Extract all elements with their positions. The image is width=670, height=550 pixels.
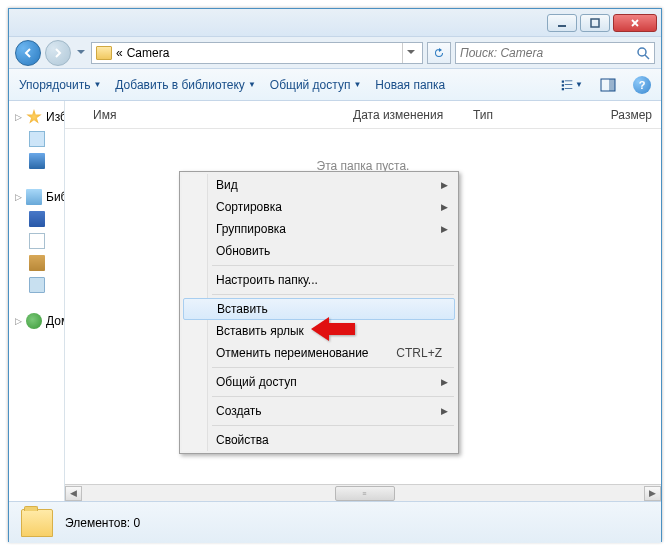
context-menu: Вид▶ Сортировка▶ Группировка▶ Обновить Н… [179, 171, 459, 454]
new-folder-button[interactable]: Новая папка [375, 78, 445, 92]
preview-pane-button[interactable] [597, 74, 619, 96]
chevron-right-icon: ▶ [441, 377, 448, 387]
search-icon [636, 46, 650, 60]
svg-rect-6 [565, 84, 573, 85]
add-to-library-menu[interactable]: Добавить в библиотеку▼ [115, 78, 255, 92]
help-button[interactable]: ? [633, 76, 651, 94]
svg-point-2 [638, 48, 646, 56]
back-button[interactable] [15, 40, 41, 66]
context-paste[interactable]: Вставить [183, 298, 455, 320]
status-bar: Элементов: 0 [9, 501, 661, 543]
context-paste-shortcut[interactable]: Вставить ярлык [182, 320, 456, 342]
folder-icon [96, 46, 112, 60]
svg-rect-4 [565, 80, 573, 81]
svg-rect-5 [562, 84, 564, 86]
sidebar-item[interactable] [15, 275, 64, 295]
homegroup-icon [26, 313, 42, 329]
toolbar: Упорядочить▼ Добавить в библиотеку▼ Общи… [9, 69, 661, 101]
view-options-button[interactable]: ▼ [561, 74, 583, 96]
library-icon [26, 189, 42, 205]
star-icon [26, 109, 42, 125]
context-properties[interactable]: Свойства [182, 429, 456, 451]
nav-bar: « Camera [9, 37, 661, 69]
column-type[interactable]: Тип [465, 101, 565, 128]
downloads-icon [29, 131, 45, 147]
context-group[interactable]: Группировка▶ [182, 218, 456, 240]
svg-rect-8 [565, 88, 573, 89]
address-dropdown[interactable] [402, 43, 418, 63]
history-dropdown[interactable] [75, 50, 87, 55]
column-size[interactable]: Размер [565, 101, 661, 128]
music-icon [29, 277, 45, 293]
scroll-thumb[interactable]: ≡ [335, 486, 395, 501]
organize-menu[interactable]: Упорядочить▼ [19, 78, 101, 92]
forward-button[interactable] [45, 40, 71, 66]
status-text: Элементов: 0 [65, 516, 140, 530]
folder-icon [21, 509, 53, 537]
column-headers: Имя Дата изменения Тип Размер [65, 101, 661, 129]
close-button[interactable] [613, 14, 657, 32]
column-name[interactable]: Имя [85, 101, 345, 128]
context-share[interactable]: Общий доступ▶ [182, 371, 456, 393]
svg-rect-0 [558, 25, 566, 27]
breadcrumb-current: Camera [127, 46, 170, 60]
context-new[interactable]: Создать▶ [182, 400, 456, 422]
horizontal-scrollbar[interactable]: ◀ ≡ ▶ [65, 484, 661, 501]
context-sort[interactable]: Сортировка▶ [182, 196, 456, 218]
explorer-window: « Camera Упорядочить▼ Добавить в библиот… [8, 8, 662, 542]
svg-rect-7 [562, 88, 564, 90]
scroll-left-button[interactable]: ◀ [65, 486, 82, 501]
search-box[interactable] [455, 42, 655, 64]
sidebar-libraries[interactable]: ▷Библиотеки [15, 187, 64, 207]
search-input[interactable] [460, 46, 636, 60]
context-view[interactable]: Вид▶ [182, 174, 456, 196]
sidebar-item[interactable] [15, 209, 64, 229]
scroll-right-button[interactable]: ▶ [644, 486, 661, 501]
sidebar-item[interactable] [15, 253, 64, 273]
sidebar-homegroup[interactable]: ▷Домашняя группа [15, 311, 64, 331]
sidebar-item[interactable] [15, 129, 64, 149]
chevron-right-icon: ▶ [441, 224, 448, 234]
svg-rect-3 [562, 80, 564, 82]
minimize-button[interactable] [547, 14, 577, 32]
chevron-right-icon: ▶ [441, 202, 448, 212]
chevron-right-icon: ▶ [441, 180, 448, 190]
document-icon [29, 233, 45, 249]
sidebar-favorites[interactable]: ▷Избранное [15, 107, 64, 127]
svg-rect-10 [609, 79, 615, 91]
svg-rect-1 [591, 19, 599, 27]
desktop-icon [29, 153, 45, 169]
context-customize[interactable]: Настроить папку... [182, 269, 456, 291]
video-icon [29, 211, 45, 227]
titlebar [9, 9, 661, 37]
context-undo-rename[interactable]: Отменить переименованиеCTRL+Z [182, 342, 456, 364]
pictures-icon [29, 255, 45, 271]
breadcrumb-prefix: « [116, 46, 123, 60]
column-date[interactable]: Дата изменения [345, 101, 465, 128]
maximize-button[interactable] [580, 14, 610, 32]
chevron-right-icon: ▶ [441, 406, 448, 416]
address-bar[interactable]: « Camera [91, 42, 423, 64]
sidebar-item[interactable] [15, 231, 64, 251]
context-refresh[interactable]: Обновить [182, 240, 456, 262]
navigation-pane: ▷Избранное ▷Библиотеки ▷Домашняя группа [9, 101, 65, 501]
sidebar-item[interactable] [15, 151, 64, 171]
refresh-button[interactable] [427, 42, 451, 64]
share-menu[interactable]: Общий доступ▼ [270, 78, 362, 92]
